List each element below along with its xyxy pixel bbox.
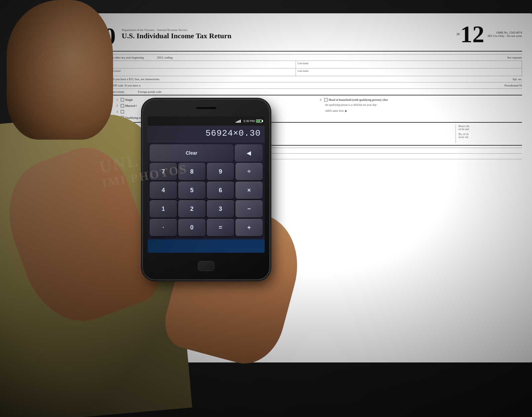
- year-prefix: 20: [457, 32, 460, 36]
- label-married: Married f: [125, 104, 137, 107]
- status-time: 5:30 PM: [243, 119, 255, 123]
- checkbox-mfs[interactable]: [121, 110, 124, 113]
- label-add: +: [247, 224, 251, 231]
- label-8: 8: [190, 168, 194, 175]
- battery-fill: [257, 120, 260, 122]
- spouse-last-label: Last name: [298, 70, 520, 72]
- btn-1[interactable]: 1: [150, 200, 177, 217]
- phone: 5:30 PM 56924×0.30 Clear ◀: [143, 100, 269, 279]
- form-agency: Department of the Treasury - Internal Re…: [115, 28, 457, 40]
- label-multiply: ×: [247, 187, 251, 194]
- backspace-button[interactable]: ◀: [235, 144, 263, 162]
- signal-bar-3: [238, 120, 239, 123]
- label-decimal: ·: [162, 224, 164, 231]
- checkbox-married[interactable]: [121, 104, 124, 107]
- battery-tip: [262, 120, 263, 122]
- btn-9[interactable]: 9: [207, 163, 234, 180]
- calc-row-4: 1 2 3 −: [150, 200, 263, 217]
- label-4: 4: [162, 187, 165, 194]
- on-6a: on 6a and: [459, 128, 522, 131]
- clear-label: Clear: [186, 150, 197, 156]
- label-divide: ÷: [247, 168, 251, 175]
- person-head: [7, 0, 113, 140]
- apt-label: Apt. no.: [512, 77, 522, 81]
- btn-add[interactable]: +: [235, 219, 263, 236]
- btn-equals[interactable]: =: [207, 219, 234, 236]
- btn-divide[interactable]: ÷: [235, 163, 263, 180]
- year-suffix: 12: [461, 22, 484, 46]
- signal-bar-2: [237, 121, 238, 123]
- filing-status-section: Filing Status Check only one box. 1 Sing…: [70, 95, 522, 122]
- phone-screen: 5:30 PM 56924×0.30 Clear ◀: [148, 116, 265, 253]
- background: Form 1040 Department of the Treasury - I…: [0, 0, 532, 417]
- presidential-label: Presidential El: [504, 84, 522, 87]
- btn-5[interactable]: 5: [178, 182, 205, 199]
- signal-bars: [236, 120, 241, 123]
- btn-2[interactable]: 2: [178, 200, 205, 217]
- label-equals: =: [219, 224, 222, 231]
- label-3: 3: [219, 206, 222, 212]
- form-header: Form 1040 Department of the Treasury - I…: [70, 20, 522, 52]
- btn-0[interactable]: 0: [178, 219, 205, 236]
- label-hoh: Head of household (with qualifying perso…: [329, 98, 388, 101]
- city-row: City, town or post office, state, and ZI…: [70, 82, 522, 88]
- spouse-fields: If a joint return, spouse's first name a…: [70, 68, 522, 76]
- spouse-last-cell: Last name: [296, 69, 522, 76]
- display-value: 56924×0.30: [205, 128, 261, 138]
- label-6: 6: [219, 187, 222, 194]
- label-5: 5: [190, 187, 194, 194]
- label-single: Single: [125, 98, 133, 101]
- label-9: 9: [219, 168, 222, 175]
- address-row: Home address (number and street). If you…: [70, 76, 522, 82]
- year-block: 20 12: [457, 22, 484, 46]
- on-6c: on 6c wh: [459, 136, 522, 139]
- exemptions-boxes-info: Boxes che on 6a and No. of ch on 6c wh: [456, 125, 522, 143]
- label-2: 2: [190, 206, 194, 212]
- btn-multiply[interactable]: ×: [235, 182, 263, 199]
- last-name-label: Last name: [298, 62, 520, 65]
- foreign-row: Foreign country name State/county Foreig…: [70, 88, 522, 95]
- signal-bar-4: [240, 120, 241, 123]
- hoh-note1: the qualifying person is a child but not…: [320, 103, 522, 108]
- irs-use: IRS Use Only - Do not write: [488, 34, 522, 38]
- btn-decimal[interactable]: ·: [150, 219, 177, 236]
- signal-bar-1: [236, 122, 237, 123]
- calc-row-5: · 0 = +: [150, 219, 263, 236]
- form-right-info: OMB No. 1545-0074 IRS Use Only - Do not …: [484, 31, 522, 38]
- checkbox-hoh[interactable]: [324, 98, 328, 101]
- agency-line: Department of the Treasury - Internal Re…: [122, 28, 450, 32]
- ending-label: 2012, ending: [157, 56, 173, 59]
- btn-4[interactable]: 4: [150, 182, 177, 199]
- label-0: 0: [190, 224, 194, 231]
- see-separate: See separate: [507, 56, 522, 59]
- form-title: U.S. Individual Income Tax Return: [122, 32, 450, 40]
- no-children: No. of ch: [459, 133, 522, 136]
- btn-6[interactable]: 6: [207, 182, 234, 199]
- btn-3[interactable]: 3: [207, 200, 234, 217]
- phone-status-bar: 5:30 PM: [148, 116, 265, 126]
- last-name-cell: Last name: [296, 61, 522, 68]
- backspace-label: ◀: [247, 150, 251, 156]
- calc-row-3: 4 5 6 ×: [150, 182, 263, 199]
- battery-icon: [256, 119, 262, 123]
- omb-number: OMB No. 1545-0074: [488, 31, 522, 34]
- phone-speaker: [196, 107, 216, 109]
- boxes-label: Boxes che: [459, 125, 522, 128]
- label-subtract: −: [247, 206, 251, 212]
- hoh-note2: child's name here. ▶: [320, 109, 522, 114]
- btn-subtract[interactable]: −: [235, 200, 263, 217]
- label-1: 1: [162, 206, 165, 212]
- checkbox-single[interactable]: [121, 98, 124, 101]
- phone-home-button[interactable]: [198, 261, 214, 271]
- foreign-postal-label: Foreign postal code: [138, 90, 161, 93]
- name-fields: Your first name and initial Last name: [70, 61, 522, 68]
- calculator-display: 56924×0.30: [148, 126, 265, 142]
- tax-year-row: For the year Jan. 1-Dec. 31, 2012, or ot…: [70, 54, 522, 61]
- filing-option-4: 4 Head of household (with qualifying per…: [320, 97, 522, 102]
